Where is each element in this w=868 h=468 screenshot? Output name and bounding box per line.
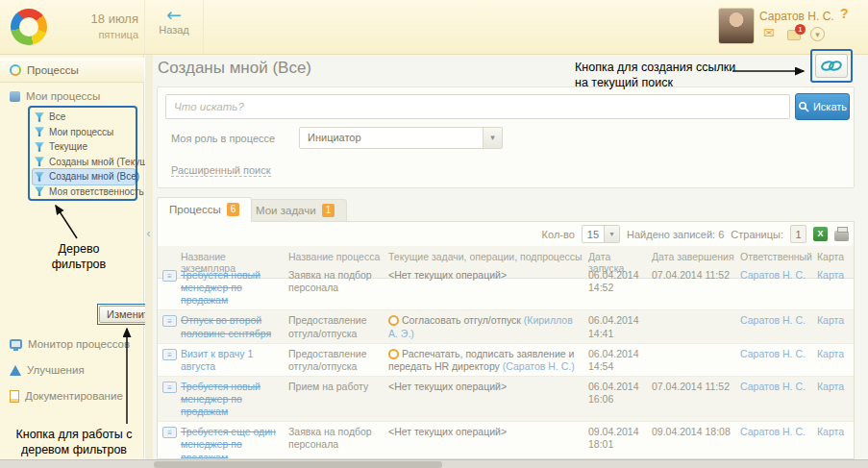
monitor-icon <box>10 339 22 349</box>
back-label: Назад <box>159 24 189 36</box>
app-window: 18 июля пятница ← Назад Саратов Н. С. ✉ … <box>0 0 868 468</box>
filter-item-all[interactable]: Все <box>33 110 135 125</box>
sidebar-item-label: Монитор процессов <box>28 338 130 350</box>
user-avatar[interactable] <box>718 8 755 44</box>
role-value: Инициатор <box>308 132 361 143</box>
collapse-sidebar-handle[interactable]: ‹ <box>144 227 153 242</box>
create-search-link-button[interactable] <box>815 54 848 78</box>
page-title: Созданы мной (Все) <box>158 59 311 78</box>
print-icon[interactable] <box>834 231 849 241</box>
sidebar-item-label: Улучшения <box>27 364 85 376</box>
table-toolbar: Кол-во 15 ▾ Найдено записей: 6 Страницы:… <box>542 225 849 243</box>
table-row: ≡ Требуется еще один менеджер по продажа… <box>158 422 854 459</box>
excel-export-icon[interactable]: X <box>813 227 828 241</box>
map-link[interactable]: Карта <box>817 314 844 326</box>
sidebar-item-label: Процессы <box>27 64 79 76</box>
end-date: 09.04.2014 18:08 <box>652 426 740 438</box>
process-instance-icon: ≡ <box>162 427 177 438</box>
table-row: ≡ Требуется новый менеджер по продажам П… <box>158 377 854 422</box>
sidebar-gutter <box>145 55 153 459</box>
tab-count-badge: 6 <box>227 203 240 216</box>
app-logo[interactable] <box>11 9 47 45</box>
filter-funnel-icon <box>35 186 44 196</box>
filter-item-my-responsibility[interactable]: Моя ответственность <box>33 185 135 200</box>
user-menu-chevron-icon[interactable]: ▾ <box>810 27 825 41</box>
process-instance-icon: ≡ <box>162 315 177 327</box>
search-input[interactable] <box>165 94 790 119</box>
user-name[interactable]: Саратов Н. С. <box>759 10 834 23</box>
sidebar-item-improvements[interactable]: Улучшения <box>0 357 144 382</box>
responsible-link[interactable]: Саратов Н. С. <box>740 314 806 326</box>
notifications-icon[interactable]: 1 <box>787 30 801 40</box>
table-row: ≡ Отпуск во второй половине сентября Пре… <box>158 310 854 343</box>
sidebar-item-label: Документирование <box>25 390 123 402</box>
mail-icon[interactable]: ✉ <box>763 25 775 40</box>
map-link[interactable]: Карта <box>817 381 844 392</box>
sidebar-item-process-monitor[interactable]: Монитор процессов <box>0 332 144 357</box>
table-body: ≡ Требуется новый менеджер по продажам З… <box>158 265 854 459</box>
filter-label: Моя ответственность <box>49 186 144 197</box>
date-text: 18 июля <box>54 12 138 26</box>
chain-icon <box>820 60 843 72</box>
filter-item-created-current[interactable]: Созданы мной (Текущие) <box>33 155 135 170</box>
filter-item-current[interactable]: Текущие <box>33 139 135 155</box>
start-date: 06.04.2014 14:52 <box>588 269 652 294</box>
process-name: Предоставление отгула/отпуска <box>288 348 388 373</box>
start-date: 09.04.2014 18:01 <box>588 426 652 451</box>
task-text: <Нет текущих операций> <box>388 269 507 281</box>
help-button[interactable]: ? <box>840 6 849 21</box>
advanced-search-link[interactable]: Расширенный поиск <box>171 164 271 177</box>
filter-tree: Все Мои процессы Текущие Созданы мной (Т… <box>33 110 135 199</box>
tab-label: Процессы <box>169 204 221 215</box>
current-page: 1 <box>790 225 806 243</box>
responsible-link[interactable]: Саратов Н. С. <box>740 426 806 437</box>
annotation-edit-button: Кнопка для работы с деревом фильтров <box>12 427 136 458</box>
instance-link[interactable]: Требуется новый менеджер по продажам <box>181 269 260 306</box>
task-assignee-link[interactable]: (Саратов Н. С.) <box>503 360 575 372</box>
back-arrow-icon: ← <box>145 5 203 24</box>
annotation-filter-tree: Дерево фильтров <box>40 241 117 273</box>
instance-link[interactable]: Визит к врачу 1 августа <box>181 348 253 372</box>
responsible-link[interactable]: Саратов Н. С. <box>740 269 806 281</box>
tab-my-tasks[interactable]: Мои задачи 1 <box>243 199 347 222</box>
role-select[interactable]: Инициатор ▾ <box>299 127 503 149</box>
task-text: <Нет текущих операций> <box>388 426 507 437</box>
sidebar-item-processes[interactable]: Процессы <box>0 58 144 83</box>
records-found: Найдено записей: 6 <box>627 229 724 240</box>
map-link[interactable]: Карта <box>817 426 844 437</box>
filter-funnel-icon <box>35 172 44 182</box>
tab-processes[interactable]: Процессы 6 <box>157 197 252 222</box>
task-status-icon <box>388 349 399 359</box>
horizontal-scrollbar[interactable] <box>0 459 868 468</box>
process-name: Предоставление отгула/отпуска <box>288 314 388 339</box>
search-button[interactable]: Искать <box>795 93 850 120</box>
responsible-link[interactable]: Саратов Н. С. <box>740 381 806 392</box>
responsible-link[interactable]: Саратов Н. С. <box>740 348 806 359</box>
tab-label: Мои задачи <box>256 205 316 216</box>
filter-item-my-processes[interactable]: Мои процессы <box>33 125 135 140</box>
date-display: 18 июля пятница <box>54 12 138 40</box>
annotation-link-button: Кнопка для создания ссылки на текущий по… <box>575 60 740 91</box>
instance-link[interactable]: Требуется еще один менеджер по продажам <box>181 426 276 459</box>
back-button[interactable]: ← Назад <box>144 0 204 54</box>
scrollbar-thumb[interactable] <box>154 461 442 468</box>
search-button-label: Искать <box>813 101 847 112</box>
per-page-select[interactable]: 15 ▾ <box>582 225 620 243</box>
filter-item-created-all[interactable]: Созданы мной (Все) <box>33 169 135 185</box>
person-icon <box>10 91 20 102</box>
sidebar-item-documentation[interactable]: Документирование <box>0 383 144 408</box>
notification-badge: 1 <box>795 24 806 35</box>
instance-link[interactable]: Отпуск во второй половине сентября <box>181 314 271 338</box>
process-name: Прием на работу <box>288 381 388 393</box>
tab-count-badge: 1 <box>322 204 335 217</box>
processes-icon <box>10 64 21 76</box>
map-link[interactable]: Карта <box>817 348 844 359</box>
filter-label: Мои процессы <box>49 127 113 137</box>
filter-label: Созданы мной (Все) <box>49 171 139 182</box>
chevron-down-icon: ▾ <box>483 128 502 148</box>
process-name: Заявка на подбор персонала <box>288 426 388 451</box>
search-icon <box>798 101 809 112</box>
map-link[interactable]: Карта <box>817 269 844 281</box>
instance-link[interactable]: Требуется новый менеджер по продажам <box>181 381 260 417</box>
search-panel: Искать Моя роль в процессе Инициатор ▾ Р… <box>157 86 855 188</box>
